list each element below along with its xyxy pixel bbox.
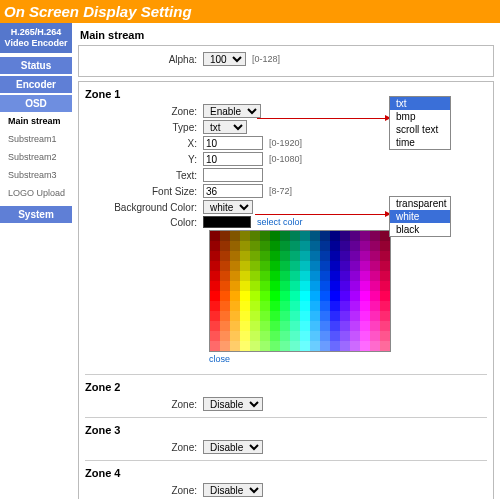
close-link[interactable]: close bbox=[209, 354, 230, 364]
zone1-bg-label: Background Color: bbox=[85, 202, 203, 213]
zone3-title: Zone 3 bbox=[85, 424, 487, 436]
zone1-zone-label: Zone: bbox=[85, 106, 203, 117]
alpha-label: Alpha: bbox=[85, 54, 203, 65]
page-title: Main stream bbox=[78, 23, 494, 45]
zone1-panel: Zone 1 Zone: Enable Type: txt X: [0-1920… bbox=[78, 81, 494, 499]
arrow-icon bbox=[257, 118, 387, 119]
alpha-select[interactable]: 100 bbox=[203, 52, 246, 66]
zone1-text-label: Text: bbox=[85, 170, 203, 181]
popup-item-time[interactable]: time bbox=[390, 136, 450, 149]
popup-item-transparent[interactable]: transparent bbox=[390, 197, 450, 210]
sub-logo-upload[interactable]: LOGO Upload bbox=[0, 184, 72, 202]
popup-item-black[interactable]: black bbox=[390, 223, 450, 236]
zone1-x-hint: [0-1920] bbox=[269, 138, 302, 148]
zone1-color-label: Color: bbox=[85, 217, 203, 228]
zone4-zone-select[interactable]: Disable bbox=[203, 483, 263, 497]
zone1-y-label: Y: bbox=[85, 154, 203, 165]
alpha-hint: [0-128] bbox=[252, 54, 280, 64]
zone1-type-select[interactable]: txt bbox=[203, 120, 247, 134]
popup-item-white[interactable]: white bbox=[390, 210, 450, 223]
zone1-zone-select[interactable]: Enable bbox=[203, 104, 261, 118]
zone3-zone-label: Zone: bbox=[85, 442, 203, 453]
zone1-y-input[interactable] bbox=[203, 152, 263, 166]
sub-substream2[interactable]: Substream2 bbox=[0, 148, 72, 166]
zone4-title: Zone 4 bbox=[85, 467, 487, 479]
zone4-zone-label: Zone: bbox=[85, 485, 203, 496]
zone1-y-hint: [0-1080] bbox=[269, 154, 302, 164]
sub-substream1[interactable]: Substream1 bbox=[0, 130, 72, 148]
zone1-font-input[interactable] bbox=[203, 184, 263, 198]
zone1-text-input[interactable] bbox=[203, 168, 263, 182]
bg-popup: transparent white black bbox=[389, 196, 451, 237]
popup-item-scroll[interactable]: scroll text bbox=[390, 123, 450, 136]
sub-main-stream[interactable]: Main stream bbox=[0, 112, 72, 130]
nav-encoder[interactable]: Encoder bbox=[0, 76, 72, 93]
zone1-type-label: Type: bbox=[85, 122, 203, 133]
zone2-zone-select[interactable]: Disable bbox=[203, 397, 263, 411]
main-content: Main stream Alpha: 100 [0-128] Zone 1 Zo… bbox=[72, 23, 500, 499]
color-picker[interactable] bbox=[209, 230, 487, 352]
arrow-icon bbox=[255, 214, 387, 215]
select-color-link[interactable]: select color bbox=[257, 217, 303, 227]
sidebar: H.265/H.264 Video Encoder Status Encoder… bbox=[0, 23, 72, 499]
type-popup: txt bmp scroll text time bbox=[389, 96, 451, 150]
zone1-x-input[interactable] bbox=[203, 136, 263, 150]
zone1-bg-select[interactable]: white bbox=[203, 200, 253, 214]
nav-system[interactable]: System bbox=[0, 206, 72, 223]
page-header: On Screen Display Setting bbox=[0, 0, 500, 23]
alpha-panel: Alpha: 100 [0-128] bbox=[78, 45, 494, 77]
zone2-title: Zone 2 bbox=[85, 381, 487, 393]
nav-osd[interactable]: OSD bbox=[0, 95, 72, 112]
zone1-font-label: Font Size: bbox=[85, 186, 203, 197]
popup-item-txt[interactable]: txt bbox=[390, 97, 450, 110]
zone1-x-label: X: bbox=[85, 138, 203, 149]
sub-substream3[interactable]: Substream3 bbox=[0, 166, 72, 184]
device-title: H.265/H.264 Video Encoder bbox=[0, 23, 72, 53]
zone1-font-hint: [8-72] bbox=[269, 186, 292, 196]
color-swatch bbox=[203, 216, 251, 228]
zone3-zone-select[interactable]: Disable bbox=[203, 440, 263, 454]
zone2-zone-label: Zone: bbox=[85, 399, 203, 410]
nav-status[interactable]: Status bbox=[0, 57, 72, 74]
popup-item-bmp[interactable]: bmp bbox=[390, 110, 450, 123]
